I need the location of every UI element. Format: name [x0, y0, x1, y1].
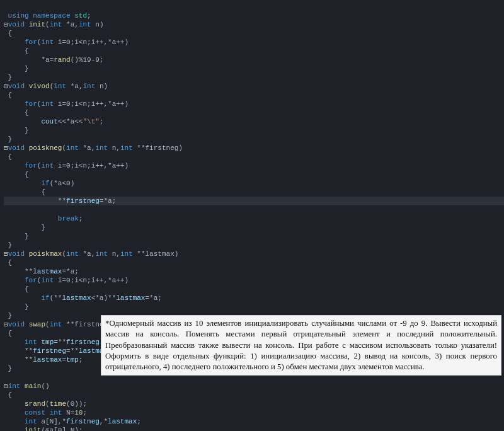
- code-line: const int N=10;: [4, 409, 87, 417]
- code-line: }: [4, 224, 45, 231]
- code-line: for(int i=0;i<n;i++,*a++): [4, 277, 129, 284]
- code-line: init(&a[0],N);: [4, 427, 83, 431]
- code-line: {: [4, 91, 12, 99]
- code-line: {: [4, 109, 29, 117]
- code-line: }: [4, 74, 12, 81]
- code-line: for(int i=0;i<n;i++,*a++): [4, 100, 129, 108]
- code-line: }: [4, 312, 12, 319]
- code-line: if(*a<0): [4, 180, 74, 187]
- code-line: int a[N],*firstneg,*lastmax;: [4, 418, 141, 425]
- code-line: {: [4, 285, 29, 293]
- code-line: }: [4, 233, 29, 240]
- code-line: }: [4, 127, 29, 134]
- code-line-highlighted: **firstneg=*a;: [4, 197, 504, 205]
- code-line: ⊟void vivod(int *a,int n): [4, 83, 108, 90]
- code-line: }: [4, 65, 29, 72]
- code-line: }: [4, 135, 12, 143]
- code-line: **firstneg=**lastmax;: [4, 347, 112, 355]
- code-line: int tmp=**firstneg;: [4, 338, 103, 346]
- task-description-overlay: *Одномерный массив из 10 элементов иници…: [101, 315, 501, 376]
- code-line: {: [4, 259, 12, 267]
- code-line: **lastmax=*a;: [4, 268, 79, 275]
- code-line: ⊟void poiskmax(int *a,int n,int **lastma…: [4, 250, 178, 258]
- code-line: for(int i=0;i<n;i++,*a++): [4, 38, 129, 46]
- code-line: cout<<*a<<"\t";: [4, 118, 103, 125]
- code-line: break;: [4, 215, 83, 222]
- overlay-text: *Одномерный массив из 10 элементов иници…: [105, 319, 497, 371]
- code-line: {: [4, 47, 29, 55]
- keyword: namespace: [33, 12, 70, 20]
- code-line: **lastmax=tmp;: [4, 356, 83, 364]
- code-line: *a=rand()%19-9;: [4, 56, 103, 64]
- code-line: if(**lastmax<*a)**lastmax=*a;: [4, 294, 162, 302]
- code-line: {: [4, 391, 12, 399]
- code-line: }: [4, 303, 29, 311]
- code-line: using namespace std;: [4, 12, 91, 20]
- code-line: {: [4, 188, 45, 196]
- code-line: {: [4, 30, 12, 37]
- code-line: {: [4, 171, 29, 178]
- code-line: for(int i=0;i<n;i++,*a++): [4, 162, 129, 170]
- code-line: ⊟void init(int *a,int n): [4, 21, 104, 28]
- keyword: using: [8, 12, 29, 20]
- code-line: }: [4, 365, 12, 372]
- code-line: srand(time(0));: [4, 400, 87, 408]
- code-line: }: [4, 241, 12, 249]
- code-line: ⊟void poiskneg(int *a,int n,int **firstn…: [4, 144, 183, 152]
- code-line: {: [4, 330, 12, 337]
- namespace: std: [74, 12, 87, 20]
- code-line: ⊟int main(): [4, 382, 50, 390]
- code-line: {: [4, 153, 12, 161]
